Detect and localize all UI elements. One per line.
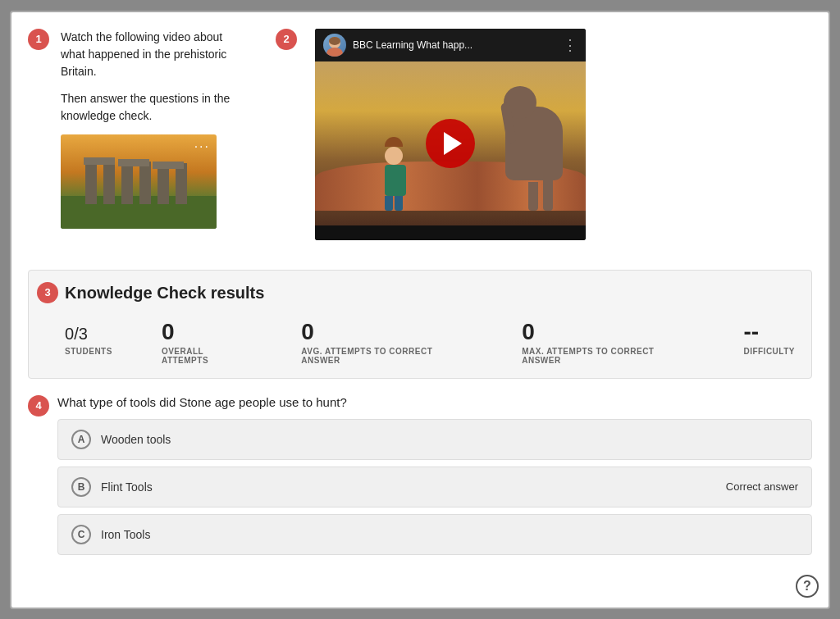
video-bottom-bar <box>315 225 586 240</box>
answer-option-b[interactable]: B Flint Tools Correct answer <box>57 467 812 507</box>
image-options-button[interactable]: ··· <box>194 139 210 154</box>
lintel-decoration <box>84 157 115 165</box>
section1-content: Watch the following video about what hap… <box>61 29 258 229</box>
stonehenge-image: ··· <box>61 134 217 229</box>
page-container: 1 Watch the following video about what h… <box>10 11 830 609</box>
stat-students: 0/3 STUDENTS <box>65 319 112 356</box>
video-container[interactable]: BBC Learning What happ... ⋮ <box>315 29 586 240</box>
stat-avg-attempts: 0 AVG. ATTEMPTS TO CORRECT ANSWER <box>301 319 472 365</box>
stat-students-label: STUDENTS <box>65 347 112 356</box>
stat-max-label: MAX. ATTEMPTS TO CORRECT ANSWER <box>522 347 694 365</box>
stat-avg-value: 0 <box>301 319 472 345</box>
option-a-text: Wooden tools <box>101 433 171 446</box>
stat-max-attempts: 0 MAX. ATTEMPTS TO CORRECT ANSWER <box>522 319 694 365</box>
video-menu-button[interactable]: ⋮ <box>563 36 578 54</box>
section3-knowledge-check: 3 Knowledge Check results 0/3 STUDENTS 0… <box>28 270 812 379</box>
section1-paragraph1: Watch the following video about what hap… <box>61 29 241 80</box>
stone-decoration <box>176 163 187 204</box>
section2: 2 BBC Learning What happ... ⋮ <box>274 29 812 245</box>
svg-point-1 <box>326 48 343 57</box>
section1-text: Watch the following video about what hap… <box>61 29 241 229</box>
stat-students-value: 0/3 <box>65 319 112 345</box>
badge-3: 3 <box>37 282 58 303</box>
section4-question: 4 What type of tools did Stone age peopl… <box>28 395 812 555</box>
help-button[interactable]: ? <box>796 575 819 598</box>
answer-option-a[interactable]: A Wooden tools <box>57 419 812 460</box>
svg-point-2 <box>329 37 340 45</box>
section1-paragraph2: Then answer the questions in the knowled… <box>61 90 241 125</box>
stat-suffix: /3 <box>74 325 88 343</box>
stat-overall-label: OVERALL ATTEMPTS <box>162 347 252 365</box>
option-c-text: Iron Tools <box>101 528 150 541</box>
option-a-circle: A <box>71 430 91 449</box>
option-b-text: Flint Tools <box>101 480 153 494</box>
stone-decoration <box>158 167 169 204</box>
badge-2: 2 <box>276 29 297 50</box>
video-header: BBC Learning What happ... ⋮ <box>315 29 586 61</box>
stone-decoration <box>85 163 97 204</box>
play-button[interactable] <box>426 119 475 168</box>
section1: 1 Watch the following video about what h… <box>28 29 258 229</box>
video-title: BBC Learning What happ... <box>353 39 556 51</box>
stat-avg-label: AVG. ATTEMPTS TO CORRECT ANSWER <box>301 347 472 365</box>
stat-overall-attempts: 0 OVERALL ATTEMPTS <box>162 319 252 365</box>
stone-decoration <box>103 159 115 204</box>
stat-difficulty-value: -- <box>743 319 795 345</box>
stone-decoration <box>139 162 151 204</box>
badge-1: 1 <box>28 29 49 50</box>
stats-row: 0/3 STUDENTS 0 OVERALL ATTEMPTS 0 AVG. A… <box>65 319 795 365</box>
lintel-decoration <box>153 162 184 169</box>
question-text: What type of tools did Stone age people … <box>57 395 812 409</box>
correct-answer-label: Correct answer <box>726 480 798 493</box>
knowledge-check-title: Knowledge Check results <box>65 284 795 303</box>
stone-decoration <box>121 165 133 204</box>
badge-4: 4 <box>28 395 49 416</box>
stat-difficulty-label: DIFFICULTY <box>743 347 795 356</box>
stat-overall-value: 0 <box>162 319 252 345</box>
video-avatar <box>323 34 346 57</box>
video-thumbnail[interactable] <box>315 61 586 225</box>
lintel-decoration <box>118 159 149 166</box>
stat-max-value: 0 <box>522 319 694 345</box>
stat-difficulty: -- DIFFICULTY <box>743 319 795 356</box>
option-c-circle: C <box>71 525 91 544</box>
option-b-circle: B <box>71 477 91 497</box>
answer-option-c[interactable]: C Iron Tools <box>57 514 812 555</box>
